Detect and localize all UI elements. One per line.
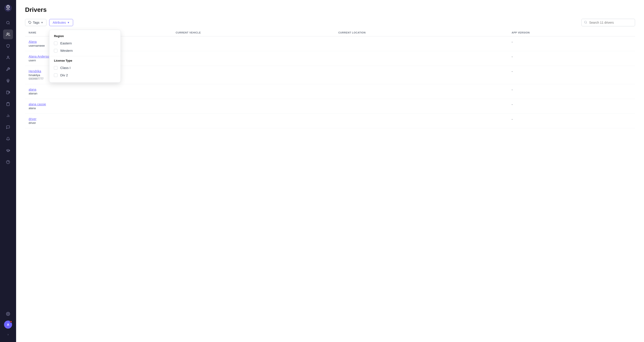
driver-name-link[interactable]: alana <box>28 88 168 91</box>
sidebar-item-drivers[interactable] <box>3 29 13 39</box>
sidebar-item-search[interactable] <box>3 18 13 28</box>
sidebar-item-help[interactable] <box>3 157 13 167</box>
sidebar-item-shield[interactable] <box>3 41 13 51</box>
western-checkbox[interactable] <box>54 49 58 52</box>
driver-app-version-cell: - <box>508 36 635 51</box>
sidebar: A › <box>0 0 16 342</box>
driver-username: alanan <box>28 92 168 95</box>
driver-location-cell <box>335 36 508 51</box>
driver-vehicle-cell <box>172 84 335 99</box>
driver-name-link[interactable]: alana cassie <box>28 102 168 106</box>
attributes-chevron-icon: ▼ <box>67 21 70 24</box>
driver-location-cell <box>335 51 508 66</box>
driver-username: alana <box>28 107 168 110</box>
svg-point-3 <box>8 6 8 7</box>
sidebar-item-clipboard[interactable] <box>3 99 13 109</box>
svg-point-7 <box>8 80 9 81</box>
search-input[interactable] <box>582 19 635 26</box>
div2-label: Div 2 <box>60 73 68 77</box>
driver-app-version-cell: - <box>508 51 635 66</box>
tags-chevron-icon: ▼ <box>41 21 44 24</box>
region-section-label: Region <box>50 33 120 39</box>
svg-rect-8 <box>6 91 9 94</box>
svg-point-16 <box>8 314 9 315</box>
driver-location-cell <box>335 99 508 114</box>
attributes-filter-button[interactable]: Attributes ▼ <box>49 19 73 26</box>
sidebar-item-chat[interactable] <box>3 122 13 132</box>
driver-location-cell <box>335 114 508 128</box>
dropdown-divider <box>50 56 120 56</box>
driver-vehicle-cell <box>172 51 335 66</box>
sidebar-item-settings[interactable] <box>3 309 13 319</box>
tags-filter-button[interactable]: Tags ▼ <box>25 19 46 26</box>
div2-checkbox[interactable] <box>54 73 58 77</box>
western-label: Western <box>60 49 73 52</box>
brand-logo <box>4 3 12 12</box>
driver-vehicle-cell <box>172 99 335 114</box>
collapse-button[interactable]: › <box>3 330 13 339</box>
driver-vehicle-cell <box>172 66 335 84</box>
attributes-dropdown: Region Eastern Western License Type Clas… <box>49 30 121 83</box>
driver-vehicle-cell <box>172 114 335 128</box>
sidebar-item-chart[interactable] <box>3 111 13 121</box>
svg-point-5 <box>7 33 8 34</box>
page-title: Drivers <box>25 6 635 13</box>
driver-location-cell <box>335 66 508 84</box>
main-content: Drivers Tags ▼ Attributes ▼ Region Easte… <box>16 0 644 342</box>
dropdown-item-western[interactable]: Western <box>50 47 120 54</box>
eastern-checkbox[interactable] <box>54 41 58 45</box>
table-row: driver driver - <box>25 114 635 128</box>
driver-vehicle-cell <box>172 36 335 51</box>
col-location: CURRENT LOCATION <box>335 29 508 36</box>
svg-point-6 <box>8 56 9 57</box>
driver-app-version-cell: - <box>508 99 635 114</box>
dropdown-item-class1[interactable]: Class I <box>50 64 120 71</box>
sidebar-item-wrench[interactable] <box>3 64 13 74</box>
notification-badge <box>10 321 12 323</box>
avatar[interactable]: A <box>4 321 12 329</box>
toolbar: Tags ▼ Attributes ▼ Region Eastern Weste… <box>16 17 644 29</box>
driver-app-version-cell: - <box>508 84 635 99</box>
search-wrapper <box>582 19 635 26</box>
svg-point-18 <box>584 21 586 23</box>
driver-name-link[interactable]: driver <box>28 117 168 121</box>
tag-icon <box>28 21 32 24</box>
driver-app-version-cell: - <box>508 66 635 84</box>
driver-location-cell <box>335 84 508 99</box>
driver-app-version-cell: - <box>508 114 635 128</box>
col-app-version: APP VERSION <box>508 29 635 36</box>
dropdown-item-div2[interactable]: Div 2 <box>50 71 120 79</box>
page-header: Drivers <box>16 0 644 17</box>
sidebar-item-fuel[interactable] <box>3 88 13 97</box>
svg-rect-10 <box>8 102 9 103</box>
sidebar-bottom: A › <box>3 309 13 339</box>
sidebar-item-map[interactable] <box>3 76 13 86</box>
dropdown-item-eastern[interactable]: Eastern <box>50 39 120 47</box>
class1-checkbox[interactable] <box>54 66 58 70</box>
svg-point-4 <box>6 21 9 24</box>
search-icon <box>584 21 587 24</box>
driver-name-cell: alana alanan <box>25 84 172 99</box>
col-vehicle: CURRENT VEHICLE <box>172 29 335 36</box>
table-row: alana cassie alana - <box>25 99 635 114</box>
sidebar-item-education[interactable] <box>3 146 13 155</box>
sidebar-item-users[interactable] <box>3 53 13 62</box>
attributes-filter-wrapper: Attributes ▼ Region Eastern Western Lice… <box>49 19 73 26</box>
class1-label: Class I <box>60 66 70 70</box>
driver-username: driver <box>28 121 168 125</box>
eastern-label: Eastern <box>60 41 72 45</box>
driver-name-cell: driver driver <box>25 114 172 128</box>
table-row: alana alanan - <box>25 84 635 99</box>
sidebar-item-bell[interactable] <box>3 134 13 144</box>
driver-name-cell: alana cassie alana <box>25 99 172 114</box>
license-section-label: License Type <box>50 58 120 64</box>
